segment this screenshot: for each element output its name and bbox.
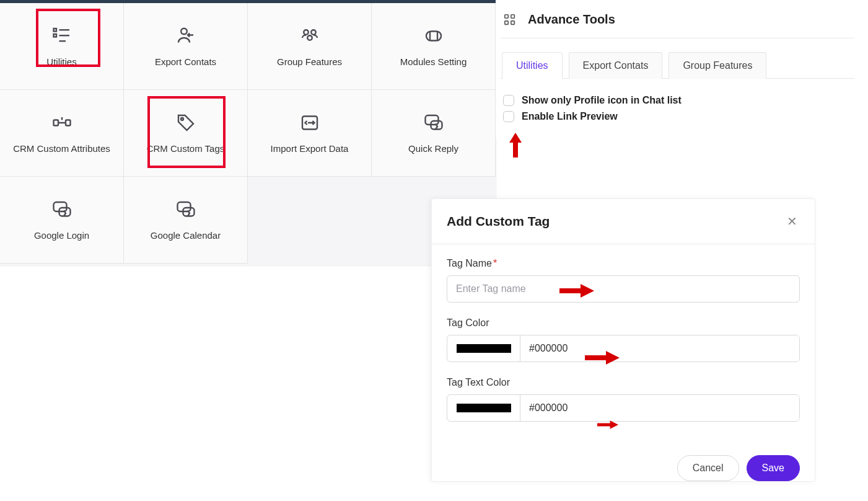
grid-label: Google Login <box>34 229 89 242</box>
advance-tools-header: Advance Tools <box>501 9 854 38</box>
svg-point-8 <box>307 35 312 40</box>
svg-rect-12 <box>53 120 58 125</box>
close-button[interactable]: ✕ <box>784 211 800 231</box>
grid-icon <box>503 13 517 27</box>
grid-label: Modules Setting <box>400 56 467 68</box>
annotation-arrow-tag-name <box>559 284 594 298</box>
grid-crm-attributes[interactable]: CRM Custom Attributes <box>0 90 124 177</box>
quick-reply-icon <box>423 112 445 134</box>
modal-body: Tag Name* Tag Color Tag Text Color <box>432 244 815 441</box>
grid-group-features[interactable]: Group Features <box>248 3 372 90</box>
tab-group-features[interactable]: Group Features <box>669 52 766 79</box>
tag-icon <box>175 112 197 134</box>
quick-reply-icon <box>51 198 73 221</box>
import-export-icon <box>299 112 321 134</box>
grid-label: Quick Reply <box>408 143 458 155</box>
tag-text-color-input[interactable] <box>520 395 799 421</box>
check-row-profile-icon: Show only Profile icon in Chat list <box>503 92 852 109</box>
svg-rect-24 <box>505 14 509 18</box>
advance-tools-title: Advance Tools <box>528 12 615 27</box>
svg-rect-18 <box>425 115 438 125</box>
svg-point-16 <box>181 118 183 120</box>
svg-point-6 <box>304 30 309 35</box>
grid-modules-setting[interactable]: Modules Setting <box>372 3 496 90</box>
tag-text-color-swatch[interactable] <box>447 395 520 421</box>
svg-point-5 <box>181 28 187 34</box>
modules-icon <box>423 25 445 47</box>
modal-header: Add Custom Tag ✕ <box>432 199 815 244</box>
grid-empty <box>248 177 372 264</box>
field-tag-color: Tag Color <box>447 317 800 362</box>
tag-color-row <box>447 335 800 362</box>
tag-name-label: Tag Name* <box>447 258 800 269</box>
advance-tools-panel: Advance Tools Utilities Export Contats G… <box>496 0 868 138</box>
svg-rect-9 <box>426 31 441 40</box>
attributes-icon <box>51 112 73 134</box>
svg-rect-13 <box>66 120 71 125</box>
save-button[interactable]: Save <box>747 455 800 481</box>
label-text: Tag Name <box>447 258 492 268</box>
field-tag-name: Tag Name* <box>447 258 800 303</box>
quick-reply-icon <box>175 198 197 221</box>
svg-rect-0 <box>53 29 56 32</box>
svg-rect-22 <box>177 202 190 211</box>
tabs: Utilities Export Contats Group Features <box>501 38 854 79</box>
tag-text-color-label: Tag Text Color <box>447 377 800 388</box>
svg-rect-2 <box>53 34 56 37</box>
grid-google-login[interactable]: Google Login <box>0 177 124 264</box>
svg-point-7 <box>311 30 316 35</box>
grid-export-contacts[interactable]: Export Contats <box>124 3 248 90</box>
check-row-link-preview: Enable Link Preview <box>503 109 852 125</box>
svg-rect-26 <box>505 20 509 24</box>
person-arrow-icon <box>175 25 197 47</box>
swatch-icon <box>457 404 511 412</box>
tag-color-label: Tag Color <box>447 317 800 329</box>
tag-color-input[interactable] <box>520 335 799 361</box>
grid-utilities[interactable]: Utilities <box>0 3 124 90</box>
modal-title: Add Custom Tag <box>447 214 550 229</box>
grid-label: Import Export Data <box>271 143 349 155</box>
add-custom-tag-modal: Add Custom Tag ✕ Tag Name* Tag Color Tag… <box>431 198 815 482</box>
grid-label: CRM Custom Tags <box>147 143 225 155</box>
required-asterisk: * <box>493 258 497 268</box>
cancel-button[interactable]: Cancel <box>677 455 739 481</box>
check-label: Enable Link Preview <box>522 111 618 122</box>
close-icon: ✕ <box>787 215 797 228</box>
check-label: Show only Profile icon in Chat list <box>522 95 682 106</box>
checkbox-link-preview[interactable] <box>503 111 514 122</box>
people-icon <box>299 25 321 47</box>
tab-utilities[interactable]: Utilities <box>502 52 563 79</box>
tag-text-color-row <box>447 394 800 422</box>
annotation-arrow-up <box>508 133 523 157</box>
grid-label: Export Contats <box>155 56 216 68</box>
grid-label: Group Features <box>277 56 342 68</box>
tag-color-swatch[interactable] <box>447 335 520 361</box>
checkbox-profile-icon[interactable] <box>503 95 514 106</box>
svg-rect-20 <box>53 202 66 211</box>
grid-quick-reply[interactable]: Quick Reply <box>372 90 496 177</box>
svg-rect-25 <box>511 14 515 18</box>
grid-label: Utilities <box>46 56 76 68</box>
grid-import-export[interactable]: Import Export Data <box>248 90 372 177</box>
grid-label: CRM Custom Attributes <box>13 143 110 155</box>
field-tag-text-color: Tag Text Color <box>447 377 800 422</box>
annotation-arrow-tag-text-color <box>597 420 618 429</box>
swatch-icon <box>457 344 511 353</box>
modal-footer: Cancel Save <box>432 441 815 481</box>
settings-grid-panel: Utilities Export Contats Group Features <box>0 0 496 265</box>
annotation-arrow-tag-color <box>585 351 620 365</box>
svg-rect-27 <box>511 20 515 24</box>
settings-grid: Utilities Export Contats Group Features <box>0 3 496 264</box>
grid-label: Google Calendar <box>151 229 221 242</box>
list-icon <box>51 25 73 47</box>
tag-name-input[interactable] <box>447 275 800 303</box>
tab-export-contacts[interactable]: Export Contats <box>569 52 663 79</box>
tab-content: Show only Profile icon in Chat list Enab… <box>501 78 854 138</box>
grid-google-calendar[interactable]: Google Calendar <box>124 177 248 264</box>
grid-crm-tags[interactable]: CRM Custom Tags <box>124 90 248 177</box>
